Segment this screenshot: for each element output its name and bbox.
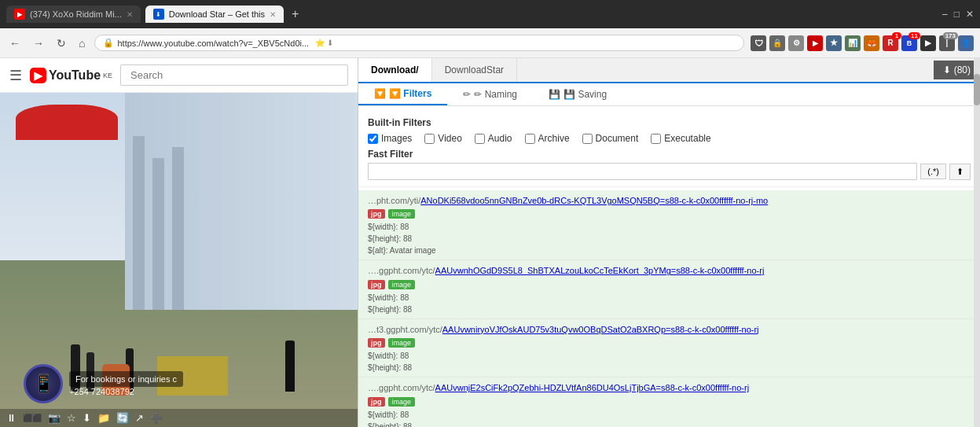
share-icon[interactable]: ↗ — [135, 412, 144, 424]
ext-icon-red1[interactable]: R1 — [883, 35, 898, 51]
saving-icon: 💾 — [549, 89, 560, 100]
naming-icon: ✏ — [463, 89, 471, 100]
browser-chrome: ▶ (374) XoXo Riddim Mi... ✕ ⬇ Download S… — [0, 0, 980, 28]
result-meta: ${width}: 88 ${height}: 88 — [368, 409, 971, 427]
url-prefix: …pht.com/yti/ — [368, 196, 420, 205]
result-url: …pht.com/yti/ANoDKi568vdoo5nnGNBnZve0b-d… — [368, 195, 971, 207]
tab-youtube[interactable]: ▶ (374) XoXo Riddim Mi... ✕ — [6, 6, 141, 23]
ext-icon-fox[interactable]: 🦊 — [864, 35, 879, 51]
filter-images[interactable]: Images — [368, 133, 412, 144]
result-item: …t3.ggpht.com/ytc/AAUvwniryoVJfOskAUD75v… — [358, 319, 980, 377]
tab-youtube-label: (374) XoXo Riddim Mi... — [30, 9, 122, 19]
result-height: ${height}: 88 — [368, 362, 971, 374]
scrollbar[interactable] — [974, 58, 980, 427]
bookmark-icon[interactable]: ☆ — [67, 412, 76, 424]
ext-icon-play[interactable]: ▶ — [920, 35, 936, 51]
ext-icon-star[interactable]: ★ — [826, 35, 842, 51]
result-alt: ${alt}: Avatar image — [368, 245, 971, 256]
play-button[interactable]: ⏸ — [6, 412, 17, 424]
fast-filter-clear-button[interactable]: ⬆ — [949, 164, 971, 180]
url-text: https://www.youtube.com/watch?v=_XBV5cNd… — [117, 39, 309, 48]
close-button[interactable]: ✕ — [966, 9, 974, 20]
filter-audio[interactable]: Audio — [475, 133, 512, 144]
expand-icon: ⬛⬛ — [23, 414, 42, 422]
new-tab-button[interactable]: + — [288, 7, 302, 21]
url-prefix: ….ggpht.com/ytc/ — [368, 266, 435, 275]
result-item: ….ggpht.com/ytc/AAUvwnjE2sCiFk2pQZebhi-H… — [358, 377, 980, 427]
badge-image: image — [388, 209, 416, 219]
filter-executable[interactable]: Executable — [651, 133, 710, 144]
result-height: ${height}: 88 — [368, 421, 971, 427]
result-height: ${height}: 88 — [368, 304, 971, 315]
hamburger-menu[interactable]: ☰ — [9, 67, 22, 84]
panel-tab-download[interactable]: Download/ — [358, 58, 432, 82]
filter-tab-naming[interactable]: ✏ ✏ Naming — [447, 83, 533, 105]
tab-downloadstar-label: Download Star – Get this — [169, 9, 265, 19]
ext-icon-user[interactable]: 👤 — [958, 35, 974, 51]
result-url: ….ggpht.com/ytc/AAUvwnhOGdD9S5L8_ShBTXAL… — [368, 265, 971, 277]
back-button[interactable]: ← — [6, 35, 24, 51]
ext-icon-yt[interactable]: ▶ — [807, 35, 823, 51]
result-url: ….ggpht.com/ytc/AAUvwnjE2sCiFk2pQZebhi-H… — [368, 382, 971, 394]
document-checkbox[interactable] — [582, 134, 593, 144]
fast-filter-input[interactable] — [368, 163, 917, 180]
main-content: ☰ ▶ YouTubeKE — [0, 58, 980, 427]
filter-tab-filters[interactable]: 🔽 🔽 Filters — [358, 83, 447, 105]
audio-checkbox[interactable] — [475, 134, 485, 144]
filter-tab-saving[interactable]: 💾 💾 Saving — [533, 83, 622, 105]
screenshot-icon[interactable]: 📷 — [48, 412, 61, 424]
folder-icon[interactable]: 📁 — [97, 412, 110, 424]
booking-text-block: For bookings or inquiries c +254 7240387… — [69, 371, 183, 396]
minimize-button[interactable]: – — [942, 9, 948, 20]
whatsapp-circle: 📱 — [24, 364, 63, 403]
url-bar[interactable]: 🔒 https://www.youtube.com/watch?v=_XBV5c… — [94, 35, 744, 51]
maximize-button[interactable]: □ — [954, 9, 960, 20]
tab-downloadstar-close[interactable]: ✕ — [270, 10, 276, 19]
filter-checkboxes-row: Images Video Audio Archive Document — [368, 133, 971, 144]
filter-document[interactable]: Document — [582, 133, 639, 144]
toolbar-icons: 🛡 🔒 ⚙ ▶ ★ 📊 🦊 R1 B11 ▶ |173 👤 — [751, 35, 974, 51]
badge-image: image — [388, 280, 416, 289]
ext-icon-chart[interactable]: 📊 — [845, 35, 861, 51]
booking-text: For bookings or inquiries c — [69, 371, 183, 387]
result-badges: jpg image — [368, 209, 971, 219]
youtube-logo-icon: ▶ — [30, 68, 46, 83]
ext-icon-puzzle[interactable]: ⚙ — [788, 35, 804, 51]
badge-jpg: jpg — [368, 338, 385, 348]
fast-filter-label: Fast Filter — [368, 149, 971, 160]
downloadstar-favicon: ⬇ — [153, 9, 164, 20]
home-button[interactable]: ⌂ — [75, 35, 88, 51]
filter-video[interactable]: Video — [424, 133, 461, 144]
video-checkbox[interactable] — [424, 134, 435, 144]
ext-icon-blue11[interactable]: B11 — [901, 35, 917, 51]
fast-filter-regex-button[interactable]: (.*) — [920, 164, 946, 179]
url-link[interactable]: ANoDKi568vdoo5nnGNBnZve0b-dRCs-KQTL3VgoM… — [420, 196, 768, 205]
filter-archive[interactable]: Archive — [525, 133, 570, 144]
tab-downloadstar[interactable]: ⬇ Download Star – Get this ✕ — [145, 6, 284, 23]
archive-checkbox[interactable] — [525, 134, 535, 144]
ext-icon-bar[interactable]: |173 — [939, 35, 955, 51]
url-link[interactable]: AAUvwnhOGdD9S5L8_ShBTXALzouLkoCcTeEkKort… — [435, 266, 765, 275]
ext-icon-lock[interactable]: 🔒 — [769, 35, 785, 51]
refresh-icon[interactable]: 🔄 — [116, 412, 129, 424]
panel-tab-downloadstar[interactable]: DownloadStar — [432, 58, 517, 82]
result-item: ….ggpht.com/ytc/AAUvwnhOGdD9S5L8_ShBTXAL… — [358, 260, 980, 318]
ext-icon-shield[interactable]: 🛡 — [751, 35, 766, 51]
badge-image: image — [388, 397, 416, 407]
badge-jpg: jpg — [368, 209, 385, 219]
refresh-button[interactable]: ↻ — [53, 35, 69, 51]
result-meta: ${width}: 88 ${height}: 88 — [368, 292, 971, 315]
scrollbar-thumb[interactable] — [974, 74, 980, 105]
download-icon-small[interactable]: ⬇ — [83, 412, 91, 424]
url-link[interactable]: AAUvwnjE2sCiFk2pQZebhi-HDZLVtfAn86DU4OsL… — [435, 383, 750, 392]
url-prefix: …t3.ggpht.com/ytc/ — [368, 325, 442, 334]
red-canopy — [16, 105, 118, 140]
url-link[interactable]: AAUvwniryoVJfOskAUD75v3tuQvw0OBqDSatO2aB… — [442, 325, 759, 334]
forward-button[interactable]: → — [30, 35, 47, 51]
executable-checkbox[interactable] — [651, 134, 661, 144]
images-checkbox[interactable] — [368, 134, 378, 144]
youtube-search-input[interactable] — [120, 64, 348, 86]
result-width: ${width}: 88 — [368, 292, 971, 304]
tab-youtube-close[interactable]: ✕ — [127, 10, 133, 19]
add-icon[interactable]: ➕ — [150, 412, 163, 424]
